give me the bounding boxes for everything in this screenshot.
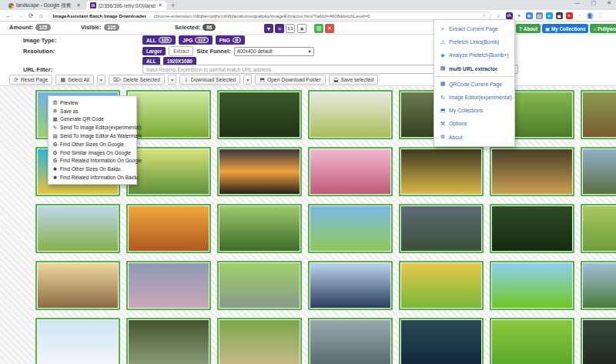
image-thumbnail[interactable] <box>126 147 211 196</box>
image-thumbnail[interactable] <box>35 261 120 310</box>
new-tab-button[interactable]: + <box>171 2 175 9</box>
app-menu-item[interactable]: ⚠Prefetch Links(Bomb) <box>434 35 514 48</box>
address-bar[interactable]: ImageAssistant Batch Image Downloader | … <box>49 12 491 20</box>
image-thumbnail[interactable] <box>399 318 484 364</box>
image-thumbnail[interactable] <box>308 204 393 253</box>
image-thumbnail[interactable] <box>399 147 484 196</box>
type-button-png[interactable]: PNG8 <box>216 35 245 45</box>
reload-button[interactable]: ⟳ <box>28 12 34 19</box>
image-thumbnail[interactable] <box>490 204 574 253</box>
context-menu-item[interactable]: ▦Generate QR Code <box>49 115 136 124</box>
app-menu-item[interactable]: ⬒My Collections <box>434 104 514 117</box>
download-selected-button-dropdown[interactable]: ▼ <box>243 75 252 85</box>
context-menu-item[interactable]: ▥Preview <box>49 99 136 107</box>
image-thumbnail[interactable] <box>581 90 616 139</box>
reset-page-button[interactable]: ⟳Reset Page <box>9 75 52 85</box>
size-funnel-select[interactable]: 400x400 default ▾ <box>234 47 314 56</box>
bird-extension-icon[interactable]: ✦ <box>546 12 553 19</box>
image-thumbnail[interactable] <box>581 318 616 364</box>
close-window-button[interactable]: ✕ <box>607 0 611 6</box>
select-all-button-dropdown[interactable]: ▼ <box>97 75 105 85</box>
context-menu-item[interactable]: ▤Send To Image Editor As Watermark <box>49 132 136 140</box>
image-thumbnail[interactable] <box>217 261 302 310</box>
tab-image-extractor[interactable]: IA [2/396/396-retry:0/0]/landsc... ✕ <box>86 1 166 10</box>
image-thumbnail[interactable] <box>217 147 302 196</box>
forward-button[interactable]: → <box>17 12 23 19</box>
app-menu-item[interactable]: ↻Image Editor(experimental) <box>434 91 514 104</box>
image-thumbnail[interactable] <box>217 90 302 139</box>
type-button-all[interactable]: ALL125 <box>142 35 176 45</box>
back-button[interactable]: ← <box>5 12 12 19</box>
list-view-icon[interactable]: ≡ <box>275 24 284 33</box>
delete-selected-button-dropdown[interactable]: ▼ <box>168 75 176 85</box>
delete-selected-button[interactable]: ⌦Delete Selected <box>109 75 165 85</box>
pullywood-production-button[interactable]: ⌂Pullywood Production <box>590 24 616 33</box>
app-menu-item[interactable]: ▦QRCode Current Page <box>434 78 514 91</box>
select-all-button[interactable]: ▦Select All <box>55 75 94 85</box>
my-collections-button[interactable]: ▣My Collections <box>542 24 588 33</box>
about-button[interactable]: ?About <box>516 24 541 33</box>
profile-avatar[interactable]: 👤 <box>587 12 594 19</box>
adblock-extension-icon[interactable]: ● <box>566 12 573 19</box>
bookmark-star-icon[interactable]: ☆ <box>481 12 486 18</box>
image-thumbnail[interactable] <box>308 318 393 364</box>
image-thumbnail[interactable] <box>217 204 302 253</box>
app-menu-item[interactable]: ◈Analyze Prefetch(Bomb+) <box>434 48 514 62</box>
app-menu-item[interactable]: ⚙About <box>434 131 514 144</box>
image-thumbnail[interactable] <box>490 261 574 310</box>
filter-icon[interactable]: ▼ <box>264 24 273 33</box>
imageassistant-favicon-icon: IA <box>90 2 96 8</box>
image-thumbnail[interactable] <box>308 147 393 196</box>
screenshot-extension-icon[interactable]: ▧ <box>536 12 543 19</box>
green-dot-extension-icon[interactable]: ● <box>516 12 523 19</box>
larger-button[interactable]: Larger <box>142 47 166 55</box>
context-menu-item[interactable]: ✱Find Related Information On Baidu <box>49 173 136 182</box>
image-thumbnail[interactable] <box>126 318 211 364</box>
app-menu-item[interactable]: ▤multi URL extractor <box>434 62 514 75</box>
image-thumbnail[interactable] <box>308 90 393 139</box>
aspect-ratio-icon[interactable]: 1:1 <box>286 24 295 33</box>
app-menu-item[interactable]: ⚡Extract Current Page <box>434 22 514 35</box>
app-menu-item[interactable]: ⚒Options <box>434 117 514 130</box>
context-menu-item[interactable]: GFind Related Information On Google <box>49 157 136 165</box>
camera-icon[interactable]: ▣ <box>297 24 306 33</box>
close-panel-icon[interactable]: ✕ <box>325 24 334 33</box>
image-thumbnail[interactable] <box>126 261 211 310</box>
tab-close-icon[interactable]: ✕ <box>76 2 81 8</box>
save-selected-button[interactable]: ⬓Save selected <box>329 75 378 85</box>
image-thumbnail[interactable] <box>399 261 484 310</box>
check-icon[interactable]: ✓ <box>496 12 503 19</box>
image-thumbnail[interactable] <box>490 147 574 196</box>
image-thumbnail[interactable] <box>308 261 393 310</box>
image-thumbnail[interactable] <box>126 90 211 139</box>
image-thumbnail[interactable] <box>217 318 302 364</box>
tab-google-search[interactable]: landscape - Google 搜索 ✕ <box>5 1 85 10</box>
image-thumbnail[interactable] <box>35 204 120 253</box>
minimize-button[interactable]: — <box>575 0 581 6</box>
context-menu-item[interactable]: GFind Other Sizes On Google <box>49 140 136 149</box>
extract-button[interactable]: Extract <box>169 46 193 56</box>
download-all-icon[interactable]: ▥ <box>314 24 323 33</box>
image-thumbnail[interactable] <box>490 318 574 364</box>
image-thumbnail[interactable] <box>581 204 616 253</box>
image-thumbnail[interactable] <box>35 318 120 364</box>
image-thumbnail[interactable] <box>581 261 616 310</box>
context-menu-item[interactable]: GFind Similar Images On Google <box>49 149 136 157</box>
context-menu-item[interactable]: ✱Find Other Sizes On Baidu <box>49 165 136 173</box>
image-thumbnail[interactable] <box>399 204 484 253</box>
image-thumbnail[interactable] <box>581 147 616 196</box>
maximize-button[interactable]: ▢ <box>591 0 597 6</box>
context-menu-item[interactable]: ⊙Save as <box>49 107 136 115</box>
tab-close-icon[interactable]: ✕ <box>158 2 162 8</box>
home-button[interactable]: ⌂ <box>39 12 43 19</box>
type-button-jpg[interactable]: JPG117 <box>179 35 212 45</box>
browser-menu-icon[interactable]: ⋮ <box>598 12 603 18</box>
image-thumbnail[interactable] <box>126 204 211 253</box>
ghost-extension-icon[interactable]: ◔ <box>576 12 583 19</box>
context-menu-item[interactable]: ✎Send To Image Editor(experimental) <box>49 123 136 132</box>
imageassistant-icon[interactable]: IA <box>506 12 513 19</box>
open-download-folder-button[interactable]: ⬒Open Download Folder <box>255 75 326 85</box>
qr-extension-icon[interactable]: ▣ <box>556 12 563 19</box>
blue-app-extension-icon[interactable]: ❖ <box>526 12 533 19</box>
download-selected-button[interactable]: ⇩Download Selected <box>179 75 240 85</box>
